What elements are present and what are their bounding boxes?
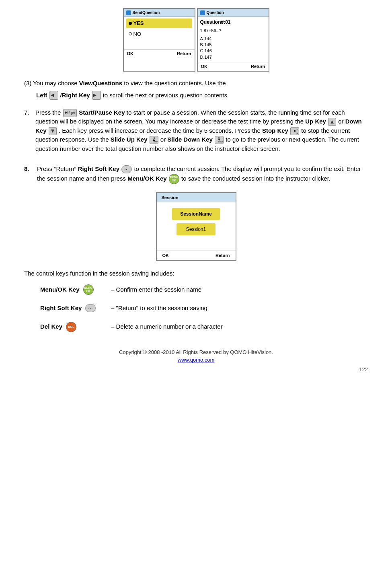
- section8-para: Press “Return” Right Soft Key ··· to com…: [37, 165, 368, 184]
- section3-text2: to view the question contents. Use the: [124, 80, 226, 86]
- s7-text3: or: [338, 118, 345, 125]
- send-question-body: YES NO: [124, 17, 195, 49]
- s7-bold5: Slide Up Key: [111, 136, 148, 143]
- session-name-box: SessionName: [172, 208, 220, 220]
- left-label: Left: [36, 91, 47, 100]
- s7-bold6: Slide Down Key: [167, 136, 213, 143]
- menu-ok-key-icon: MENUOK: [169, 174, 179, 184]
- session-value-box: Session1: [177, 223, 215, 235]
- list-number-8: 8.: [24, 165, 34, 184]
- left-arrow-key: [49, 91, 58, 100]
- session-screen-footer: OK Return: [157, 251, 236, 260]
- option-c: C.146: [200, 48, 266, 54]
- section8-number: 8.: [24, 165, 29, 172]
- right-soft-text: Right Soft Key: [40, 304, 82, 313]
- no-option: NO: [126, 29, 192, 39]
- right-arrow-key: [92, 91, 101, 100]
- list-number-7: 7.: [24, 108, 32, 154]
- menu-ok-text: Menu/OK Key: [40, 285, 80, 294]
- no-label: NO: [133, 30, 142, 38]
- s7-bold1: Start/Pause Key: [79, 109, 125, 116]
- session-screenshot: Session SessionName Session1 OK Return: [24, 192, 368, 261]
- s7-text4: . Each key press will increase or decrea…: [59, 127, 262, 134]
- section3-text3: to scroll the next or previous question …: [103, 91, 229, 100]
- session-screen: Session SessionName Session1 OK Return: [156, 192, 236, 261]
- page-number: 122: [24, 366, 368, 374]
- question-footer: OK Return: [198, 62, 269, 71]
- option-a: A.144: [200, 36, 266, 42]
- up-key-icon: [328, 118, 336, 126]
- session-screen-header: Session: [157, 193, 236, 203]
- send-question-title: SendQuestion: [133, 10, 160, 16]
- left-right-line: Left /Right Key to scroll the next or pr…: [36, 91, 368, 100]
- s7-text6: or: [160, 136, 168, 143]
- question-icon: [200, 10, 205, 15]
- svg-marker-1: [93, 94, 96, 97]
- control-key-row-del: Del Key DEL – Delete a numeric number or…: [24, 322, 368, 332]
- menu-ok-key-icon-2: MENUOK: [83, 284, 94, 295]
- question-text: 1.87+56=?: [200, 27, 266, 34]
- section-8: 8. Press “Return” Right Soft Key ··· to …: [24, 165, 368, 184]
- question-screen: Question Question#:01 1.87+56=? A.144 B.…: [197, 8, 269, 72]
- slide-down-key-icon: ▼ 9wxyz: [215, 136, 224, 144]
- control-key-row-menu-ok: Menu/OK Key MENUOK – Confirm enter the s…: [24, 284, 368, 295]
- send-question-screen: SendQuestion YES NO OK Return: [123, 8, 195, 72]
- yes-label: YES: [133, 19, 144, 27]
- send-question-ok: OK: [127, 50, 134, 57]
- right-key-label: /Right Key: [60, 91, 90, 100]
- page-content: SendQuestion YES NO OK Return Q: [24, 8, 368, 373]
- menu-ok-label: Menu/OK Key MENUOK: [40, 284, 105, 295]
- section7-para1: Press the ▶‖ 4 ghi Start/Pause Key to st…: [35, 108, 368, 154]
- list-item-7: 7. Press the ▶‖ 4 ghi Start/Pause Key to…: [24, 108, 368, 154]
- menu-ok-desc: – Confirm enter the session name: [111, 285, 201, 294]
- question-return: Return: [251, 63, 265, 70]
- svg-marker-3: [51, 130, 54, 133]
- list-item-8: 8. Press “Return” Right Soft Key ··· to …: [24, 165, 368, 184]
- control-keys-intro: The control keys function in the session…: [24, 269, 368, 278]
- s8-bold1: Right Soft Key: [78, 165, 119, 172]
- s8-bold2: Menu/OK Key: [127, 175, 167, 182]
- svg-marker-2: [330, 120, 334, 123]
- send-question-footer: OK Return: [124, 49, 195, 58]
- down-key-icon: [49, 127, 57, 135]
- list-content-8: Press “Return” Right Soft Key ··· to com…: [37, 165, 368, 184]
- question-ok: OK: [201, 63, 208, 70]
- control-keys-section: The control keys function in the session…: [24, 269, 368, 332]
- send-question-return: Return: [177, 50, 191, 57]
- section3-bold1: ViewQuestions: [79, 80, 122, 86]
- start-pause-key-icon: ▶‖ 4 ghi: [63, 109, 77, 117]
- s8-text3: to save the conducted session into the i…: [181, 175, 330, 182]
- page-footer: Copyright © 2008 -2010 All Rights Reserv…: [24, 348, 368, 374]
- yes-option: YES: [126, 19, 192, 28]
- question-options: A.144 B.145 C.146 D.147: [200, 36, 266, 61]
- session-title: Session: [162, 194, 179, 201]
- s7-bold4: Stop Key: [262, 127, 288, 134]
- s7-text1: Press the: [35, 109, 61, 116]
- copyright-text: Copyright © 2008 -2010 All Rights Reserv…: [24, 348, 368, 356]
- del-desc: – Delete a numeric number or a character: [111, 322, 223, 331]
- section3-para: (3) You may choose ViewQuestions to view…: [24, 79, 368, 88]
- section-7: 7. Press the ▶‖ 4 ghi Start/Pause Key to…: [24, 108, 368, 154]
- del-text: Del Key: [40, 322, 62, 331]
- del-label: Del Key DEL: [40, 322, 105, 332]
- question-body: Question#:01 1.87+56=? A.144 B.145 C.146…: [198, 17, 269, 62]
- svg-marker-0: [51, 94, 54, 97]
- option-b: B.145: [200, 42, 266, 48]
- three-dots-key-icon: ···: [121, 165, 132, 173]
- session-return: Return: [215, 252, 230, 259]
- right-soft-label: Right Soft Key ···: [40, 304, 105, 313]
- send-question-header: SendQuestion: [124, 9, 195, 17]
- stop-key-icon: ■ 5jkl: [290, 127, 299, 135]
- right-soft-key-icon: ···: [85, 304, 96, 312]
- session-screen-body: SessionName Session1: [157, 202, 236, 251]
- right-soft-desc: – "Return" to exit the session saving: [111, 304, 207, 313]
- send-question-icon: [126, 10, 131, 15]
- list-content-7: Press the ▶‖ 4 ghi Start/Pause Key to st…: [35, 108, 368, 154]
- device-screenshots: SendQuestion YES NO OK Return Q: [24, 8, 368, 72]
- website-link[interactable]: www.qomo.com: [178, 357, 215, 363]
- slide-up-key-icon: ▲ 6mno: [150, 136, 158, 144]
- s7-bold2: Up Key: [305, 118, 326, 125]
- section3-text1: (3) You may choose: [24, 80, 78, 86]
- question-header: Question: [198, 9, 269, 17]
- yes-radio: [129, 22, 132, 25]
